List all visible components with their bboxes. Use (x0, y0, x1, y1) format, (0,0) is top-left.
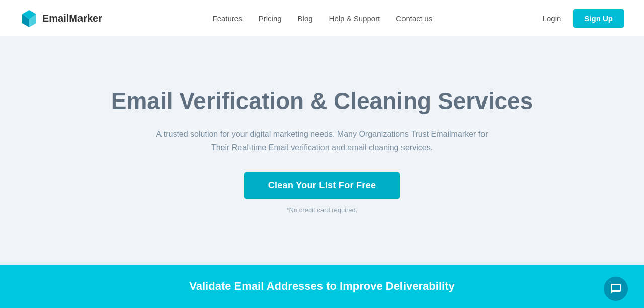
hero-title: Email Verification & Cleaning Services (111, 87, 533, 115)
header: EmailMarker Features Pricing Blog Help &… (0, 0, 644, 36)
hero-section: Email Verification & Cleaning Services A… (0, 36, 644, 265)
cta-button[interactable]: Clean Your List For Free (244, 172, 400, 199)
login-link[interactable]: Login (543, 14, 561, 23)
chat-bubble-button[interactable] (604, 277, 628, 301)
nav-help-support[interactable]: Help & Support (329, 14, 380, 23)
logo-area[interactable]: EmailMarker (20, 9, 102, 27)
no-credit-card-text: *No credit card required. (287, 206, 358, 214)
logo-icon (20, 9, 38, 27)
nav-features[interactable]: Features (213, 14, 243, 23)
bottom-banner: Validate Email Addresses to Improve Deli… (0, 265, 644, 308)
nav-pricing[interactable]: Pricing (259, 14, 282, 23)
logo-text: EmailMarker (42, 13, 102, 24)
hero-subtitle: A trusted solution for your digital mark… (151, 127, 493, 154)
nav-actions: Login Sign Up (543, 9, 624, 28)
main-nav: Features Pricing Blog Help & Support Con… (213, 14, 433, 23)
signup-button[interactable]: Sign Up (573, 9, 624, 28)
bottom-banner-text: Validate Email Addresses to Improve Deli… (189, 280, 454, 293)
nav-blog[interactable]: Blog (298, 14, 313, 23)
nav-contact[interactable]: Contact us (396, 14, 432, 23)
chat-icon (610, 283, 622, 295)
